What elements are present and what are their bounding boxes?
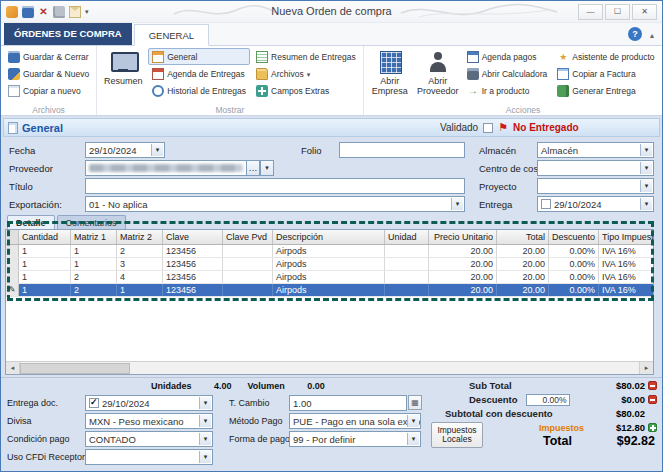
grid-cell[interactable]: 20.00 bbox=[497, 245, 549, 257]
folio-field[interactable] bbox=[339, 142, 465, 158]
historial-entregas-button[interactable]: Historial de Entregas bbox=[148, 82, 250, 99]
maximize-button[interactable]: ☐ bbox=[605, 4, 630, 20]
tab-comentarios[interactable]: Comentarios bbox=[57, 215, 126, 230]
grid-cell[interactable]: IVA 16% bbox=[599, 271, 654, 283]
grid-cell[interactable]: 20.00 bbox=[429, 284, 497, 296]
scroll-right-button[interactable] bbox=[639, 362, 653, 374]
grid-cell[interactable]: Airpods bbox=[273, 284, 385, 296]
grid-column-header[interactable]: Matriz 2 bbox=[117, 230, 163, 244]
grid-cell[interactable] bbox=[223, 258, 273, 270]
grid-cell[interactable]: 0.00% bbox=[549, 258, 599, 270]
descuento-pct-field[interactable]: 0.00% bbox=[526, 394, 570, 406]
grid-cell[interactable]: IVA 16% bbox=[599, 284, 654, 296]
uso-cfdi-field[interactable] bbox=[85, 449, 213, 465]
grid-cell[interactable]: 1 bbox=[117, 284, 163, 296]
validado-checkbox[interactable] bbox=[483, 123, 493, 133]
metodo-pago-field[interactable]: PUE - Pago en una sola exhibic bbox=[289, 413, 421, 429]
grid-cell[interactable] bbox=[385, 258, 429, 270]
grid-cell[interactable]: 20.00 bbox=[497, 271, 549, 283]
exportacion-field[interactable]: 01 - No aplica bbox=[85, 196, 465, 212]
grid-cell[interactable]: 2 bbox=[117, 245, 163, 257]
grid-cell[interactable]: Airpods bbox=[273, 258, 385, 270]
proveedor-browse-button[interactable] bbox=[246, 160, 260, 176]
grid-cell[interactable]: 2 bbox=[71, 284, 117, 296]
ir-a-producto-button[interactable]: Ir a producto bbox=[463, 82, 552, 99]
grid-cell[interactable]: 20.00 bbox=[497, 258, 549, 270]
collapse-ribbon-icon[interactable] bbox=[650, 29, 654, 40]
grid-cell[interactable]: 123456 bbox=[163, 284, 223, 296]
grid-cell[interactable] bbox=[385, 271, 429, 283]
grid-cell[interactable]: 1 bbox=[19, 284, 71, 296]
grid-cell[interactable] bbox=[223, 284, 273, 296]
grid-column-header[interactable]: Clave bbox=[163, 230, 223, 244]
abrir-empresa-button[interactable]: Abrir Empresa bbox=[367, 48, 413, 96]
grid-cell[interactable]: 3 bbox=[117, 258, 163, 270]
grid-cell[interactable] bbox=[385, 245, 429, 257]
grid-cell[interactable]: IVA 16% bbox=[599, 245, 654, 257]
grid-column-header[interactable]: Precio Unitario bbox=[429, 230, 497, 244]
grid-cell[interactable] bbox=[223, 271, 273, 283]
t-cambio-field[interactable]: 1.00 bbox=[289, 395, 407, 411]
grid-cell[interactable]: 1 bbox=[19, 271, 71, 283]
grid-column-header[interactable]: Clave Pvd bbox=[223, 230, 273, 244]
save-icon[interactable] bbox=[22, 6, 34, 18]
grid-cell[interactable]: 0.00% bbox=[549, 271, 599, 283]
proveedor-field[interactable] bbox=[85, 160, 247, 176]
grid-cell[interactable]: 20.00 bbox=[429, 271, 497, 283]
grid-cell[interactable]: Airpods bbox=[273, 245, 385, 257]
campos-extras-button[interactable]: Campos Extras bbox=[252, 82, 360, 99]
grid-cell[interactable]: 20.00 bbox=[429, 245, 497, 257]
grid-column-header[interactable]: Matriz 1 bbox=[71, 230, 117, 244]
centro-costo-field[interactable] bbox=[537, 160, 654, 176]
grid-cell[interactable]: 1 bbox=[71, 245, 117, 257]
forma-pago-field[interactable]: 99 - Por definir bbox=[289, 431, 421, 447]
grid-cell[interactable]: 20.00 bbox=[497, 284, 549, 296]
archivos-button[interactable]: Archivos bbox=[252, 65, 360, 82]
agenda-entregas-button[interactable]: Agenda de Entregas bbox=[148, 65, 250, 82]
grid-row[interactable]: 113123456Airpods20.0020.000.00%IVA 16% bbox=[6, 258, 653, 271]
t-cambio-calc-button[interactable] bbox=[408, 395, 422, 410]
grid-cell[interactable]: 123456 bbox=[163, 245, 223, 257]
resumen-entregas-button[interactable]: Resumen de Entregas bbox=[252, 48, 360, 65]
grid-cell[interactable]: 0.00% bbox=[549, 284, 599, 296]
guardar-nuevo-button[interactable]: Guardar & Nuevo bbox=[4, 65, 93, 82]
tab-detalle[interactable]: Detalle bbox=[7, 215, 55, 230]
impuestos-locales-button[interactable]: Impuestos Locales bbox=[431, 422, 483, 448]
copiar-nuevo-button[interactable]: Copiar a nuevo bbox=[4, 82, 93, 99]
abrir-proveedor-button[interactable]: Abrir Proveedor bbox=[415, 48, 461, 96]
grid-cell[interactable] bbox=[223, 245, 273, 257]
grid-cell[interactable] bbox=[385, 284, 429, 296]
scroll-left-button[interactable] bbox=[6, 362, 20, 374]
fecha-field[interactable]: 29/10/2024 bbox=[85, 142, 165, 158]
grid-cell[interactable]: 20.00 bbox=[429, 258, 497, 270]
divisa-field[interactable]: MXN - Peso mexicano bbox=[85, 413, 213, 429]
guardar-cerrar-button[interactable]: Guardar & Cerrar bbox=[4, 48, 93, 65]
grid-cell[interactable]: 1 bbox=[71, 258, 117, 270]
grid-cell[interactable]: 2 bbox=[71, 271, 117, 283]
grid-cell[interactable]: Airpods bbox=[273, 271, 385, 283]
minimize-button[interactable]: — bbox=[578, 4, 603, 20]
abrir-calculadora-button[interactable]: Abrir Calculadora bbox=[463, 65, 552, 82]
help-icon[interactable]: ? bbox=[628, 27, 642, 41]
grid-column-header[interactable]: Descuento bbox=[549, 230, 599, 244]
entrega-checkbox[interactable] bbox=[541, 199, 551, 209]
scrollbar-thumb[interactable] bbox=[20, 363, 130, 374]
grid-horizontal-scrollbar[interactable] bbox=[6, 361, 653, 374]
delete-icon[interactable] bbox=[38, 6, 49, 18]
grid-column-header[interactable]: Unidad bbox=[385, 230, 429, 244]
condicion-pago-field[interactable]: CONTADO bbox=[85, 431, 213, 447]
tab-general[interactable]: GENERAL bbox=[134, 24, 209, 46]
asistente-producto-button[interactable]: Asistente de producto bbox=[553, 48, 658, 65]
agenda-pagos-button[interactable]: Agenda pagos bbox=[463, 48, 552, 65]
send-mail-icon[interactable] bbox=[69, 6, 81, 18]
entrega-doc-checkbox[interactable] bbox=[89, 398, 99, 408]
general-view-button[interactable]: General bbox=[148, 48, 250, 65]
proveedor-dropdown-button[interactable] bbox=[260, 160, 274, 176]
grid-row[interactable]: 112123456Airpods20.0020.000.00%IVA 16% bbox=[6, 245, 653, 258]
close-button[interactable]: ✕ bbox=[632, 4, 657, 20]
grid-cell[interactable]: 1 bbox=[19, 245, 71, 257]
resumen-button[interactable]: Resumen bbox=[100, 48, 146, 86]
grid-column-header[interactable]: Cantidad bbox=[19, 230, 71, 244]
grid-cell[interactable]: 123456 bbox=[163, 271, 223, 283]
qat-dropdown-icon[interactable] bbox=[85, 6, 97, 18]
